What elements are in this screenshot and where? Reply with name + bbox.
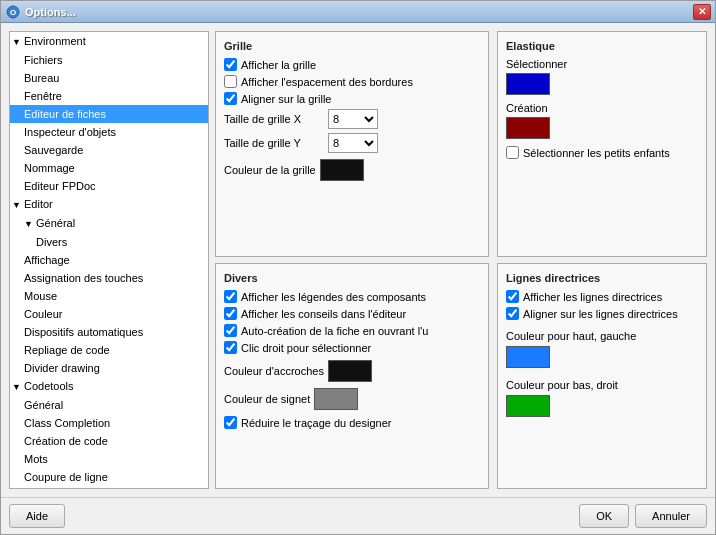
titlebar: O Options... ✕ [1, 1, 715, 23]
sidebar-item-class-completion[interactable]: Class Completion [10, 414, 208, 432]
sidebar-item-bureau[interactable]: Bureau [10, 69, 208, 87]
expander-general[interactable]: ▼ [24, 216, 36, 232]
lignes-title: Lignes directrices [506, 272, 698, 284]
cb-clic-droit-label: Clic droit pour sélectionner [241, 342, 371, 354]
sidebar-item-fenetre[interactable]: Fenêtre [10, 87, 208, 105]
cb-aligner-grille-row: Aligner sur la grille [224, 92, 480, 105]
cb-reduire-row: Réduire le traçage du designer [224, 416, 480, 429]
couleur-accroches-label: Couleur d'accroches [224, 365, 324, 377]
sidebar-item-mouse[interactable]: Mouse [10, 287, 208, 305]
top-panels-row: Grille Afficher la grille Afficher l'esp… [215, 31, 707, 257]
couleur-haut-btn[interactable] [506, 346, 550, 368]
taille-x-row: Taille de grille X 8 4 16 [224, 109, 480, 129]
creation-sub: Création [506, 102, 698, 140]
cb-petits-label: Sélectionner les petits enfants [523, 147, 670, 159]
sidebar-item-espace[interactable]: Espace... [10, 486, 208, 488]
main-panel: Grille Afficher la grille Afficher l'esp… [215, 31, 707, 489]
cb-aligner-grille[interactable] [224, 92, 237, 105]
cb-espacement[interactable] [224, 75, 237, 88]
couleur-haut-section: Couleur pour haut, gauche [506, 330, 698, 369]
lignes-panel: Lignes directrices Afficher les lignes d… [497, 263, 707, 489]
sidebar-item-divers-sub[interactable]: Divers [10, 233, 208, 251]
footer: Aide OK Annuler [1, 497, 715, 534]
sidebar-item-mots[interactable]: Mots [10, 450, 208, 468]
cb-afficher-lignes[interactable] [506, 290, 519, 303]
bottom-panels-row: Divers Afficher les légendes des composa… [215, 263, 707, 489]
divers-title: Divers [224, 272, 480, 284]
sidebar-item-dispositifs[interactable]: Dispositifs automatiques [10, 323, 208, 341]
cb-autocreation-row: Auto-création de la fiche en ouvrant l'u [224, 324, 480, 337]
sidebar-item-fichiers[interactable]: Fichiers [10, 51, 208, 69]
creation-color-btn[interactable] [506, 117, 550, 139]
cb-reduire[interactable] [224, 416, 237, 429]
sidebar-item-editor[interactable]: ▼Editor [10, 195, 208, 214]
taille-x-select[interactable]: 8 4 16 [328, 109, 378, 129]
cb-conseils-row: Afficher les conseils dans l'éditeur [224, 307, 480, 320]
cb-clic-droit-row: Clic droit pour sélectionner [224, 341, 480, 354]
sidebar-item-affichage[interactable]: Affichage [10, 251, 208, 269]
app-icon: O [5, 4, 21, 20]
annuler-button[interactable]: Annuler [635, 504, 707, 528]
aide-button[interactable]: Aide [9, 504, 65, 528]
cb-aligner-grille-label: Aligner sur la grille [241, 93, 331, 105]
ok-button[interactable]: OK [579, 504, 629, 528]
couleur-signet-label: Couleur de signet [224, 393, 310, 405]
sidebar-item-divider[interactable]: Divider drawing [10, 359, 208, 377]
sidebar: ▼Environment Fichiers Bureau Fenêtre Edi… [9, 31, 209, 489]
expander-env[interactable]: ▼ [12, 34, 24, 50]
taille-x-label: Taille de grille X [224, 113, 324, 125]
taille-y-select[interactable]: 8 4 16 [328, 133, 378, 153]
sidebar-item-repliage[interactable]: Repliage de code [10, 341, 208, 359]
couleur-bas-btn[interactable] [506, 395, 550, 417]
selectionner-color-btn[interactable] [506, 73, 550, 95]
cb-afficher-lignes-label: Afficher les lignes directrices [523, 291, 662, 303]
cb-legendes[interactable] [224, 290, 237, 303]
cb-autocreation-label: Auto-création de la fiche en ouvrant l'u [241, 325, 428, 337]
sidebar-item-couleur[interactable]: Couleur [10, 305, 208, 323]
sidebar-item-inspecteur[interactable]: Inspecteur d'objets [10, 123, 208, 141]
sidebar-item-nommage[interactable]: Nommage [10, 159, 208, 177]
elastique-panel: Elastique Sélectionner Création Sélectio… [497, 31, 707, 257]
cb-aligner-lignes[interactable] [506, 307, 519, 320]
cb-aligner-lignes-row: Aligner sur les lignes directrices [506, 307, 698, 320]
footer-right: OK Annuler [579, 504, 707, 528]
sidebar-item-coupure[interactable]: Coupure de ligne [10, 468, 208, 486]
grille-panel: Grille Afficher la grille Afficher l'esp… [215, 31, 489, 257]
sidebar-item-general[interactable]: ▼Général [10, 214, 208, 233]
cb-conseils-label: Afficher les conseils dans l'éditeur [241, 308, 406, 320]
sidebar-item-creation-code[interactable]: Création de code [10, 432, 208, 450]
cb-petits[interactable] [506, 146, 519, 159]
couleur-accroches-row: Couleur d'accroches [224, 360, 480, 382]
couleur-bas-label: Couleur pour bas, droit [506, 379, 698, 391]
window-title: Options... [25, 6, 693, 18]
cb-afficher-grille-row: Afficher la grille [224, 58, 480, 71]
sidebar-scroll: ▼Environment Fichiers Bureau Fenêtre Edi… [10, 32, 208, 488]
couleur-bas-section: Couleur pour bas, droit [506, 379, 698, 418]
sidebar-item-editeur-fiches[interactable]: Editeur de fiches [10, 105, 208, 123]
sidebar-item-sauvegarde[interactable]: Sauvegarde [10, 141, 208, 159]
elastique-title: Elastique [506, 40, 698, 52]
content-area: ▼Environment Fichiers Bureau Fenêtre Edi… [1, 23, 715, 497]
couleur-accroches-btn[interactable] [328, 360, 372, 382]
sidebar-item-general2[interactable]: Général [10, 396, 208, 414]
cb-clic-droit[interactable] [224, 341, 237, 354]
sidebar-item-environment[interactable]: ▼Environment [10, 32, 208, 51]
cb-aligner-lignes-label: Aligner sur les lignes directrices [523, 308, 678, 320]
sidebar-item-codetools[interactable]: ▼Codetools [10, 377, 208, 396]
main-window: O Options... ✕ ▼Environment Fichiers Bur… [0, 0, 716, 535]
cb-conseils[interactable] [224, 307, 237, 320]
couleur-signet-btn[interactable] [314, 388, 358, 410]
cb-afficher-grille[interactable] [224, 58, 237, 71]
expander-codetools[interactable]: ▼ [12, 379, 24, 395]
cb-autocreation[interactable] [224, 324, 237, 337]
close-button[interactable]: ✕ [693, 4, 711, 20]
grille-title: Grille [224, 40, 480, 52]
cb-legendes-label: Afficher les légendes des composants [241, 291, 426, 303]
cb-espacement-label: Afficher l'espacement des bordures [241, 76, 413, 88]
creation-label: Création [506, 102, 698, 114]
sidebar-item-assignation[interactable]: Assignation des touches [10, 269, 208, 287]
couleur-signet-row: Couleur de signet [224, 388, 480, 410]
couleur-grille-btn[interactable] [320, 159, 364, 181]
expander-editor[interactable]: ▼ [12, 197, 24, 213]
sidebar-item-editeur-fpdoc[interactable]: Editeur FPDoc [10, 177, 208, 195]
